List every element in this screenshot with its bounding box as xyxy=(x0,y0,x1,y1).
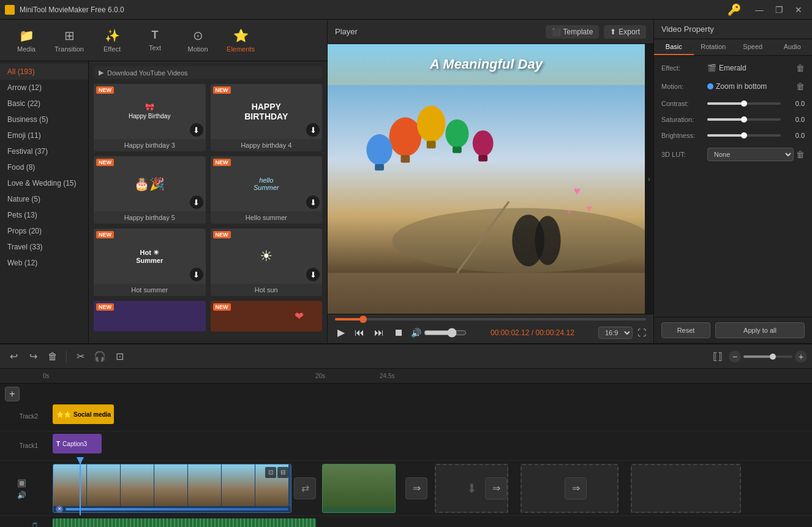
fullscreen-button[interactable]: ⛶ xyxy=(637,328,646,338)
brightness-label: Brightness: xyxy=(661,132,707,139)
next-button[interactable]: ⏭ xyxy=(372,326,386,339)
element-hello-summer[interactable]: NEW helloSummer ⬇ Hello summer xyxy=(211,156,323,224)
text-tool[interactable]: T Text xyxy=(133,21,176,60)
cat-web[interactable]: Web (12) xyxy=(0,255,88,271)
ruler-mark-0: 0s xyxy=(43,373,50,379)
saturation-slider[interactable] xyxy=(707,118,781,121)
elements-tool[interactable]: ⭐ Elements xyxy=(219,21,262,60)
window-controls: — ❐ ✕ xyxy=(751,4,807,16)
play-button[interactable]: ▶ xyxy=(335,325,347,339)
download-btn-6[interactable]: ⬇ xyxy=(306,268,320,281)
download-btn-2[interactable]: ⬇ xyxy=(306,123,320,137)
cat-business[interactable]: Business (5) xyxy=(0,112,88,127)
aspect-ratio-select[interactable]: 16:9 9:16 1:1 4:3 xyxy=(598,327,633,339)
placeholder-clip-3[interactable] xyxy=(631,464,741,513)
element-hot-sun[interactable]: NEW ☀ ⬇ Hot sun xyxy=(211,229,323,296)
cat-nature[interactable]: Nature (5) xyxy=(0,191,88,207)
download-btn-5[interactable]: ⬇ xyxy=(190,268,203,281)
caption-clip[interactable]: T Caption3 xyxy=(53,434,102,453)
redo-button[interactable]: ↪ xyxy=(24,348,42,365)
balloon-svg: ♥ ♥ ♥ xyxy=(328,44,645,314)
reset-button[interactable]: Reset xyxy=(661,322,710,338)
add-track-button[interactable]: + xyxy=(5,387,20,401)
left-content: All (193) Arrow (12) Basic (22) Business… xyxy=(0,61,327,343)
delete-lut-icon[interactable]: 🗑 xyxy=(796,150,805,159)
mute-mark[interactable]: ✕ xyxy=(56,506,63,513)
element-hot-summer[interactable]: NEW Hot ☀Summer ⬇ Hot summer xyxy=(94,229,206,296)
prev-button[interactable]: ⏮ xyxy=(352,326,367,339)
download-btn-1[interactable]: ⬇ xyxy=(190,123,203,137)
cat-pets[interactable]: Pets (13) xyxy=(0,207,88,223)
delete-button[interactable]: 🗑 xyxy=(44,348,61,365)
download-btn-3[interactable]: ⬇ xyxy=(190,195,203,209)
frame-5 xyxy=(188,464,222,507)
template-button[interactable]: ⬛ Template xyxy=(546,25,600,39)
volume-slider[interactable] xyxy=(424,328,467,338)
element-next-2[interactable]: NEW ❤ xyxy=(211,301,323,332)
audio-button[interactable]: 🎧 xyxy=(91,348,108,365)
cat-all[interactable]: All (193) xyxy=(0,64,88,80)
effect-icon: 🎬 xyxy=(707,64,716,72)
progress-bar[interactable] xyxy=(335,318,646,320)
zoom-slider[interactable] xyxy=(743,355,792,358)
crop-button[interactable]: ⊡ xyxy=(111,348,128,365)
element-happy-birthday-4[interactable]: NEW HAPPYBIRTHDAY ⬇ Happy birthday 4 xyxy=(211,84,323,151)
cat-arrow[interactable]: Arrow (12) xyxy=(0,80,88,96)
element-next-1[interactable]: NEW xyxy=(94,301,206,332)
cat-basic[interactable]: Basic (22) xyxy=(0,96,88,112)
minimize-button[interactable]: — xyxy=(751,4,768,16)
cat-props[interactable]: Props (20) xyxy=(0,223,88,239)
main-video-clip[interactable]: ⊡ ⊟ ✕ xyxy=(53,464,291,513)
time-display: 00:00:02.12 / 00:00:24.12 xyxy=(472,328,593,337)
svg-point-10 xyxy=(473,131,494,156)
panel-title: Video Property xyxy=(654,20,812,39)
cat-festival[interactable]: Festival (37) xyxy=(0,143,88,159)
player-title: Player xyxy=(335,27,358,36)
split-button[interactable]: ⟦⟧ xyxy=(709,348,726,365)
tab-rotation[interactable]: Rotation xyxy=(694,39,734,55)
effect-icon: ✨ xyxy=(105,28,120,43)
apply-all-button[interactable]: Apply to all xyxy=(715,322,805,338)
cut-button[interactable]: ✂ xyxy=(72,348,89,365)
restore-button[interactable]: ❐ xyxy=(770,4,788,16)
audio-clip[interactable] xyxy=(53,518,316,527)
download-bar[interactable]: ▶ Download YouTube Videos xyxy=(94,66,322,79)
zoom-out-button[interactable]: − xyxy=(729,351,741,363)
playhead[interactable] xyxy=(80,461,81,515)
media-tool[interactable]: 📁 Media xyxy=(5,21,48,60)
export-button[interactable]: ⬆ Export xyxy=(604,25,646,39)
cat-food[interactable]: Food (8) xyxy=(0,159,88,175)
category-sidebar: All (193) Arrow (12) Basic (22) Business… xyxy=(0,61,89,343)
brightness-slider[interactable] xyxy=(707,134,781,137)
transition-clip-1[interactable]: ⇄ xyxy=(293,464,317,513)
zoom-controls: − + xyxy=(729,351,807,363)
expand-toggle[interactable]: › xyxy=(645,44,653,314)
undo-button[interactable]: ↩ xyxy=(5,348,22,365)
clip-label: Social media xyxy=(73,411,111,418)
zoom-in-button[interactable]: + xyxy=(795,351,807,363)
effect-tool[interactable]: ✨ Effect xyxy=(91,21,133,60)
stop-button[interactable]: ⏹ xyxy=(391,326,406,339)
element-happy-birthday-3[interactable]: NEW 🎀Happy Birthday ⬇ Happy birthday 3 xyxy=(94,84,206,151)
transition-tool[interactable]: ⊞ Transition xyxy=(48,21,91,60)
lut-select[interactable]: None Cinematic Warm Cool xyxy=(707,148,794,161)
cat-travel[interactable]: Travel (33) xyxy=(0,239,88,255)
cat-emoji[interactable]: Emoji (11) xyxy=(0,127,88,143)
arrow-clip-3[interactable]: ⇒ xyxy=(563,464,588,513)
motion-tool[interactable]: ⊙ Motion xyxy=(176,21,219,60)
arrow-clip-1[interactable]: ⇒ xyxy=(404,464,429,513)
contrast-slider[interactable] xyxy=(707,102,781,105)
download-btn-4[interactable]: ⬇ xyxy=(306,195,320,209)
close-button[interactable]: ✕ xyxy=(790,4,807,16)
key-icon[interactable]: 🔑 xyxy=(727,3,741,17)
arrow-clip-2[interactable]: ⇒ xyxy=(484,464,508,513)
social-media-clip[interactable]: ⭐⭐ Social media xyxy=(53,404,114,424)
tab-speed[interactable]: Speed xyxy=(733,39,773,55)
delete-motion-icon[interactable]: 🗑 xyxy=(796,82,805,91)
tab-audio[interactable]: Audio xyxy=(773,39,813,55)
tab-basic[interactable]: Basic xyxy=(654,39,694,55)
element-happy-birthday-5[interactable]: NEW 🎂🎉 ⬇ Happy birthday 5 xyxy=(94,156,206,224)
video-clip-2[interactable] xyxy=(322,464,396,513)
delete-effect-icon[interactable]: 🗑 xyxy=(796,63,805,73)
cat-love-wedding[interactable]: Love & Wedding (15) xyxy=(0,175,88,191)
